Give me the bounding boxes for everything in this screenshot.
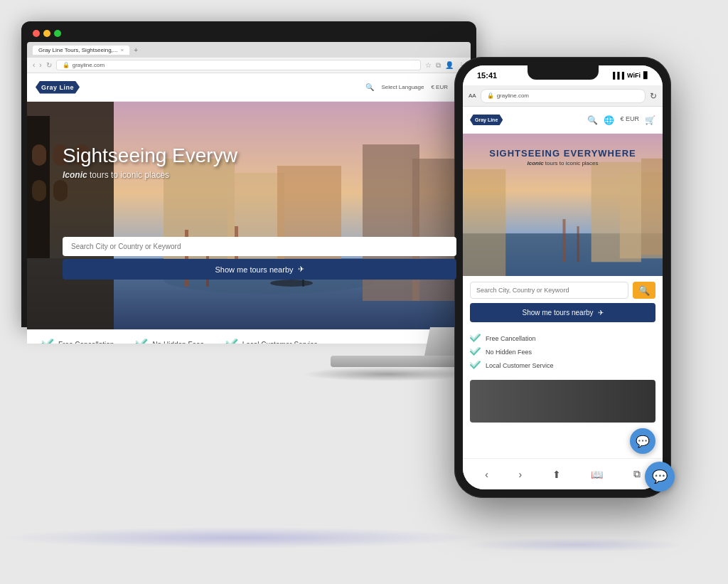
maximize-window-button[interactable]	[54, 30, 61, 37]
browser-aa[interactable]: AA	[469, 92, 476, 99]
cancellation-icon	[41, 339, 54, 344]
phone-search-row: 🔍	[470, 282, 655, 299]
url-bar[interactable]: 🔒 grayline.com	[56, 60, 421, 70]
phone-share-button[interactable]: ⬆	[552, 469, 561, 480]
monitor-shadow	[0, 527, 479, 548]
back-button[interactable]: ‹	[33, 61, 35, 69]
phone-currency-label[interactable]: € EUR	[620, 115, 639, 125]
phone-chat-icon: 💬	[636, 435, 650, 448]
traffic-lights	[27, 27, 471, 40]
hero-title: Sightseeing Everyw	[63, 144, 237, 167]
new-tab-button[interactable]: +	[134, 46, 138, 54]
phone-cart-icon[interactable]: 🛒	[645, 115, 655, 125]
tab-bar: Gray Line Tours, Sightseeing,... × +	[27, 42, 471, 58]
no-hidden-fees-label: No Hidden Fees	[152, 341, 203, 344]
hero-section: Sightseeing Everyw Iconic tours to iconi…	[27, 102, 471, 329]
url-text: grayline.com	[73, 62, 105, 68]
grayline-logo: Gray Line	[36, 81, 80, 94]
phone-screen: 15:41 ▐▐▐ WiFi ▊ AA 🔒 grayline.com ↻	[463, 65, 663, 489]
monitor-frame: Gray Line Tours, Sightseeing,... × + ‹ ›…	[21, 21, 476, 327]
tab-close-icon[interactable]: ×	[120, 47, 124, 53]
phone-hero-title: SIGHTSEEING EVERYWHERE	[489, 148, 636, 159]
phone-bottom-bar: ‹ › ⬆ 📖 ⧉	[463, 458, 663, 489]
phone-hero-text: SIGHTSEEING EVERYWHERE Iconic tours to i…	[489, 148, 636, 166]
no-hidden-fees-feature: No Hidden Fees	[135, 339, 203, 344]
phone-local-service: Local Customer Service	[470, 361, 655, 371]
refresh-button[interactable]: ↻	[46, 61, 52, 69]
phone-body: 15:41 ▐▐▐ WiFi ▊ AA 🔒 grayline.com ↻	[454, 57, 671, 498]
phone-search-area: 🔍 Show me tours nearby ✈	[463, 276, 663, 328]
address-bar: ‹ › ↻ 🔒 grayline.com ☆ ⧉ 👤 ⋮	[27, 58, 471, 73]
venice-background	[27, 102, 471, 329]
no-fees-icon	[135, 339, 148, 344]
phone-site-header: Gray Line 🔍 🌐 € EUR 🛒	[463, 107, 663, 134]
phone-refresh-icon[interactable]: ↻	[650, 91, 657, 101]
language-selector[interactable]: Select Language	[381, 84, 424, 90]
hero-subtitle: Iconic tours to iconic places	[63, 170, 237, 180]
free-cancellation-feature: Free Cancellation	[41, 339, 114, 344]
phone-nearby-button[interactable]: Show me tours nearby ✈	[470, 303, 655, 322]
phone-globe-icon[interactable]: 🌐	[604, 115, 614, 125]
phone-nearby-icon: ✈	[598, 309, 604, 317]
phone-fees-icon	[470, 347, 481, 357]
phone-url-text: grayline.com	[497, 92, 529, 99]
phone-status-icons: ▐▐▐ WiFi ▊	[611, 72, 648, 79]
phone-lock-icon: 🔒	[487, 92, 494, 99]
phone-back-button[interactable]: ‹	[485, 469, 488, 480]
svg-rect-8	[53, 180, 68, 201]
phone-search-input[interactable]	[470, 282, 628, 299]
extensions-icon[interactable]: ⧉	[436, 61, 441, 70]
forward-button[interactable]: ›	[39, 61, 41, 69]
browser-tab[interactable]: Gray Line Tours, Sightseeing,... ×	[33, 46, 129, 55]
phone-notch	[528, 65, 599, 80]
header-search-icon[interactable]: 🔍	[365, 83, 374, 91]
phone-forward-button[interactable]: ›	[518, 469, 522, 480]
battery-icon: ▊	[643, 72, 648, 79]
desktop-chat-icon: 💬	[652, 469, 668, 484]
features-bar: Free Cancellation No Hidden Fees	[27, 329, 471, 344]
show-tours-nearby-button[interactable]: Show me tours nearby ✈	[63, 259, 456, 280]
account-icon[interactable]: 👤	[445, 61, 454, 69]
phone-features: Free Cancellation No Hidden Fees	[463, 328, 663, 380]
currency-selector[interactable]: € EUR	[431, 84, 448, 90]
browser-content: Gray Line 🔍 Select Language € EUR 🛒	[27, 73, 471, 344]
phone-hero: SIGHTSEEING EVERYWHERE Iconic tours to i…	[463, 134, 663, 276]
minimize-window-button[interactable]	[43, 30, 50, 37]
desktop-chat-button[interactable]: 💬	[645, 462, 675, 492]
phone-thumbnail	[470, 380, 655, 423]
phone-no-hidden-fees: No Hidden Fees	[470, 347, 655, 357]
wifi-icon: WiFi	[627, 72, 641, 79]
hero-search-container: Show me tours nearby ✈	[63, 237, 456, 280]
svg-point-13	[270, 280, 313, 287]
phone-search-button[interactable]: 🔍	[633, 282, 655, 299]
logo-text: Gray Line	[41, 84, 74, 91]
phone-hero-title-normal: EVERYWHERE	[560, 148, 636, 159]
svg-rect-7	[32, 180, 46, 201]
close-window-button[interactable]	[33, 30, 40, 37]
monitor-base-shadow	[302, 367, 473, 381]
local-service-feature: Local Customer Service	[225, 339, 318, 344]
svg-rect-26	[563, 219, 566, 262]
local-service-icon	[225, 339, 238, 344]
header-right: 🔍 Select Language € EUR 🛒	[365, 83, 462, 91]
phone-local-service-label: Local Customer Service	[486, 362, 554, 369]
phone-search-btn-icon: 🔍	[638, 285, 650, 296]
phone-hero-title-bold: SIGHTSEEING	[489, 148, 560, 159]
hero-search-input[interactable]	[63, 237, 456, 256]
phone-chat-bubble[interactable]: 💬	[630, 428, 655, 454]
monitor-base	[331, 356, 473, 367]
phone-search-icon[interactable]: 🔍	[587, 115, 598, 125]
phone-hero-subtitle: Iconic tours to iconic places	[489, 160, 636, 166]
phone-url-bar[interactable]: 🔒 grayline.com	[481, 89, 646, 103]
local-service-label: Local Customer Service	[242, 341, 318, 344]
svg-rect-24	[641, 159, 663, 255]
star-icon[interactable]: ☆	[425, 61, 432, 69]
lock-icon: 🔒	[63, 62, 70, 68]
phone-tabs-button[interactable]: ⧉	[633, 468, 641, 480]
mobile-phone: 15:41 ▐▐▐ WiFi ▊ AA 🔒 grayline.com ↻	[454, 57, 689, 512]
svg-rect-25	[463, 169, 505, 276]
phone-bookmarks-button[interactable]: 📖	[591, 469, 603, 480]
phone-grayline-logo: Gray Line	[470, 115, 503, 125]
desktop-monitor: Gray Line Tours, Sightseeing,... × + ‹ ›…	[14, 21, 483, 391]
phone-cancellation-icon	[470, 334, 481, 344]
